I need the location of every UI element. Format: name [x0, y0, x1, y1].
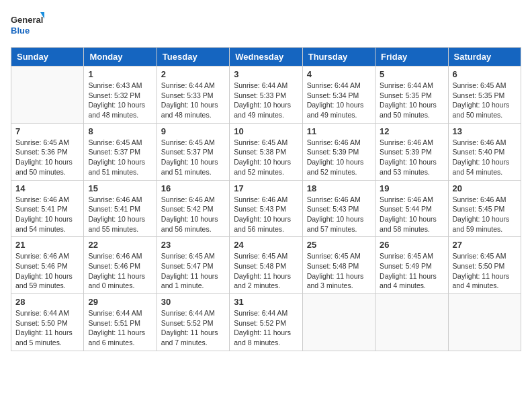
day-info: Sunrise: 6:44 AM Sunset: 5:33 PM Dayligh… [234, 81, 298, 120]
day-info: Sunrise: 6:45 AM Sunset: 5:37 PM Dayligh… [161, 138, 225, 177]
day-number: 15 [88, 183, 152, 193]
weekday-header-friday: Friday [375, 48, 448, 66]
calendar-cell: 1Sunrise: 6:43 AM Sunset: 5:32 PM Daylig… [84, 66, 157, 124]
calendar-cell: 17Sunrise: 6:46 AM Sunset: 5:43 PM Dayli… [230, 180, 302, 237]
day-number: 17 [234, 183, 298, 193]
day-info: Sunrise: 6:45 AM Sunset: 5:36 PM Dayligh… [15, 138, 79, 177]
calendar-cell: 10Sunrise: 6:45 AM Sunset: 5:38 PM Dayli… [230, 123, 302, 180]
day-number: 29 [88, 297, 152, 307]
day-info: Sunrise: 6:46 AM Sunset: 5:43 PM Dayligh… [307, 195, 371, 234]
day-info: Sunrise: 6:46 AM Sunset: 5:39 PM Dayligh… [307, 138, 371, 177]
day-number: 7 [15, 126, 79, 136]
calendar-week-row: 28Sunrise: 6:44 AM Sunset: 5:50 PM Dayli… [11, 294, 521, 351]
weekday-header-tuesday: Tuesday [157, 48, 229, 66]
day-number: 18 [307, 183, 371, 193]
day-info: Sunrise: 6:44 AM Sunset: 5:35 PM Dayligh… [380, 81, 443, 120]
day-info: Sunrise: 6:43 AM Sunset: 5:32 PM Dayligh… [88, 81, 152, 120]
calendar-cell [11, 66, 84, 124]
day-number: 11 [307, 126, 371, 136]
calendar-cell: 31Sunrise: 6:44 AM Sunset: 5:52 PM Dayli… [230, 294, 302, 351]
day-number: 22 [88, 240, 152, 250]
day-number: 4 [307, 69, 371, 79]
calendar-cell [302, 294, 375, 351]
calendar-cell: 21Sunrise: 6:46 AM Sunset: 5:46 PM Dayli… [11, 237, 84, 294]
calendar-cell: 24Sunrise: 6:45 AM Sunset: 5:48 PM Dayli… [230, 237, 302, 294]
calendar-week-row: 21Sunrise: 6:46 AM Sunset: 5:46 PM Dayli… [11, 237, 521, 294]
calendar-cell: 27Sunrise: 6:45 AM Sunset: 5:50 PM Dayli… [448, 237, 521, 294]
calendar-cell: 9Sunrise: 6:45 AM Sunset: 5:37 PM Daylig… [157, 123, 229, 180]
calendar-cell: 19Sunrise: 6:46 AM Sunset: 5:44 PM Dayli… [375, 180, 448, 237]
day-number: 20 [453, 183, 517, 193]
day-info: Sunrise: 6:45 AM Sunset: 5:38 PM Dayligh… [234, 138, 298, 177]
day-info: Sunrise: 6:46 AM Sunset: 5:40 PM Dayligh… [453, 138, 517, 177]
day-number: 16 [161, 183, 225, 193]
day-number: 12 [380, 126, 443, 136]
svg-text:Blue: Blue [11, 26, 30, 36]
day-info: Sunrise: 6:44 AM Sunset: 5:52 PM Dayligh… [161, 308, 225, 348]
calendar-cell: 5Sunrise: 6:44 AM Sunset: 5:35 PM Daylig… [375, 66, 448, 124]
day-info: Sunrise: 6:46 AM Sunset: 5:39 PM Dayligh… [380, 138, 443, 177]
day-number: 1 [88, 69, 152, 79]
day-number: 9 [161, 126, 225, 136]
calendar-cell: 3Sunrise: 6:44 AM Sunset: 5:33 PM Daylig… [230, 66, 302, 124]
weekday-header-thursday: Thursday [302, 48, 375, 66]
calendar-cell: 20Sunrise: 6:46 AM Sunset: 5:45 PM Dayli… [448, 180, 521, 237]
weekday-header-saturday: Saturday [448, 48, 521, 66]
calendar-cell: 4Sunrise: 6:44 AM Sunset: 5:34 PM Daylig… [302, 66, 375, 124]
day-number: 5 [380, 69, 443, 79]
calendar-cell: 29Sunrise: 6:44 AM Sunset: 5:51 PM Dayli… [84, 294, 157, 351]
day-info: Sunrise: 6:46 AM Sunset: 5:44 PM Dayligh… [380, 195, 443, 234]
calendar-cell: 6Sunrise: 6:45 AM Sunset: 5:35 PM Daylig… [448, 66, 521, 124]
calendar-cell: 8Sunrise: 6:45 AM Sunset: 5:37 PM Daylig… [84, 123, 157, 180]
day-info: Sunrise: 6:44 AM Sunset: 5:33 PM Dayligh… [161, 81, 225, 120]
day-number: 8 [88, 126, 152, 136]
day-info: Sunrise: 6:46 AM Sunset: 5:42 PM Dayligh… [161, 195, 225, 234]
calendar-week-row: 1Sunrise: 6:43 AM Sunset: 5:32 PM Daylig… [11, 66, 521, 124]
day-number: 21 [15, 240, 79, 250]
day-number: 30 [161, 297, 225, 307]
calendar-cell: 15Sunrise: 6:46 AM Sunset: 5:41 PM Dayli… [84, 180, 157, 237]
calendar-cell: 23Sunrise: 6:45 AM Sunset: 5:47 PM Dayli… [157, 237, 229, 294]
day-info: Sunrise: 6:45 AM Sunset: 5:48 PM Dayligh… [234, 251, 298, 291]
page-header: General Blue [11, 11, 521, 40]
weekday-header-wednesday: Wednesday [230, 48, 302, 66]
calendar-cell: 25Sunrise: 6:45 AM Sunset: 5:48 PM Dayli… [302, 237, 375, 294]
calendar-cell: 13Sunrise: 6:46 AM Sunset: 5:40 PM Dayli… [448, 123, 521, 180]
day-info: Sunrise: 6:46 AM Sunset: 5:46 PM Dayligh… [15, 251, 79, 291]
day-info: Sunrise: 6:46 AM Sunset: 5:41 PM Dayligh… [88, 195, 152, 234]
day-number: 24 [234, 240, 298, 250]
weekday-header-sunday: Sunday [11, 48, 84, 66]
day-number: 14 [15, 183, 79, 193]
calendar-cell: 26Sunrise: 6:45 AM Sunset: 5:49 PM Dayli… [375, 237, 448, 294]
weekday-header-monday: Monday [84, 48, 157, 66]
day-info: Sunrise: 6:45 AM Sunset: 5:50 PM Dayligh… [453, 251, 517, 291]
calendar-cell: 16Sunrise: 6:46 AM Sunset: 5:42 PM Dayli… [157, 180, 229, 237]
day-info: Sunrise: 6:45 AM Sunset: 5:47 PM Dayligh… [161, 251, 225, 291]
logo-svg: General Blue [11, 11, 44, 40]
day-info: Sunrise: 6:46 AM Sunset: 5:43 PM Dayligh… [234, 195, 298, 234]
weekday-header-row: SundayMondayTuesdayWednesdayThursdayFrid… [11, 48, 521, 66]
calendar-cell: 22Sunrise: 6:46 AM Sunset: 5:46 PM Dayli… [84, 237, 157, 294]
day-info: Sunrise: 6:45 AM Sunset: 5:49 PM Dayligh… [380, 251, 443, 291]
day-number: 27 [453, 240, 517, 250]
day-number: 13 [453, 126, 517, 136]
day-number: 23 [161, 240, 225, 250]
calendar-cell: 12Sunrise: 6:46 AM Sunset: 5:39 PM Dayli… [375, 123, 448, 180]
day-number: 28 [15, 297, 79, 307]
day-number: 31 [234, 297, 298, 307]
calendar-cell: 2Sunrise: 6:44 AM Sunset: 5:33 PM Daylig… [157, 66, 229, 124]
day-info: Sunrise: 6:46 AM Sunset: 5:41 PM Dayligh… [15, 195, 79, 234]
day-info: Sunrise: 6:45 AM Sunset: 5:48 PM Dayligh… [307, 251, 371, 291]
day-number: 25 [307, 240, 371, 250]
day-info: Sunrise: 6:46 AM Sunset: 5:45 PM Dayligh… [453, 195, 517, 234]
day-number: 3 [234, 69, 298, 79]
calendar-cell: 11Sunrise: 6:46 AM Sunset: 5:39 PM Dayli… [302, 123, 375, 180]
day-number: 26 [380, 240, 443, 250]
day-number: 19 [380, 183, 443, 193]
day-info: Sunrise: 6:44 AM Sunset: 5:34 PM Dayligh… [307, 81, 371, 120]
calendar-cell: 18Sunrise: 6:46 AM Sunset: 5:43 PM Dayli… [302, 180, 375, 237]
calendar-cell: 30Sunrise: 6:44 AM Sunset: 5:52 PM Dayli… [157, 294, 229, 351]
day-number: 6 [453, 69, 517, 79]
calendar-cell [375, 294, 448, 351]
svg-text:General: General [11, 15, 43, 25]
